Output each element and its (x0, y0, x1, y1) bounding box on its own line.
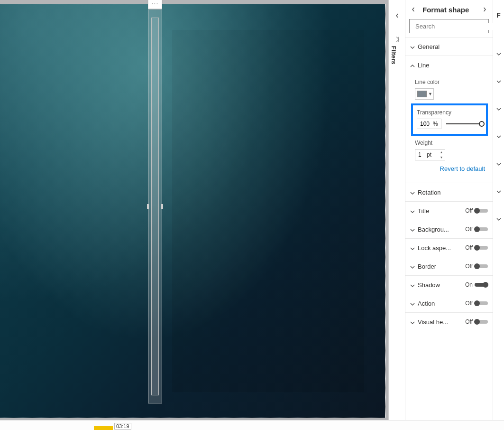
border-toggle-state: Off (465, 263, 473, 270)
ellipsis-icon: ··· (152, 0, 159, 7)
chevron-down-icon (410, 208, 415, 213)
chevron-down-icon[interactable] (496, 182, 501, 201)
slider-track (446, 123, 482, 124)
section-line-label: Line (418, 62, 488, 69)
timeline-time: 03:19 (114, 423, 131, 430)
line-color-label: Line color (415, 79, 487, 85)
shadow-toggle-state: On (465, 281, 473, 288)
page-outline (0, 4, 385, 418)
section-action-label: Action (418, 300, 462, 307)
chevron-down-icon[interactable] (496, 72, 501, 91)
section-title[interactable]: Title Off (405, 202, 493, 220)
section-visual-header-label: Visual he... (418, 318, 462, 326)
background-toggle-state: Off (465, 226, 473, 233)
caret-down-icon: ▼ (428, 92, 432, 96)
title-toggle[interactable] (475, 209, 488, 213)
spinner-down-icon[interactable]: ▼ (439, 156, 444, 159)
timeline-strip: 03:19 (0, 420, 504, 430)
selected-shape-inner (151, 18, 159, 395)
search-input[interactable] (415, 23, 495, 30)
section-rotation-label: Rotation (418, 189, 488, 196)
shadow-toggle[interactable] (475, 283, 488, 287)
chevron-down-icon (410, 190, 415, 195)
selected-shape[interactable]: ··· (148, 9, 162, 403)
pane-next-button[interactable] (480, 5, 489, 14)
section-shadow-label: Shadow (418, 281, 462, 289)
section-general-label: General (418, 43, 488, 50)
weight-spinner[interactable]: ▲ ▼ (439, 150, 444, 159)
section-lock-aspect[interactable]: Lock aspe... Off (405, 239, 493, 257)
lock-aspect-toggle[interactable] (475, 246, 488, 250)
weight-unit: pt (427, 151, 431, 158)
filters-tab-label: Filters (390, 46, 397, 64)
pane-collapse-button[interactable] (409, 5, 418, 14)
transparency-unit: % (433, 121, 438, 127)
chevron-left-icon (395, 12, 400, 19)
section-background[interactable]: Backgrou... Off (405, 220, 493, 238)
right-pane-sliver: F (493, 0, 504, 420)
action-toggle[interactable] (475, 301, 488, 305)
chevron-down-icon (410, 44, 415, 49)
action-toggle-state: Off (465, 300, 473, 307)
expand-filters-icon (394, 36, 401, 43)
section-general[interactable]: General (405, 37, 493, 56)
lock-aspect-toggle-state: Off (465, 244, 473, 251)
section-border[interactable]: Border Off (405, 257, 493, 275)
section-rotation[interactable]: Rotation (405, 183, 493, 201)
resize-handle-left[interactable] (147, 204, 149, 209)
transparency-value-input[interactable] (420, 121, 431, 127)
visual-options-button[interactable]: ··· (148, 0, 162, 9)
report-canvas[interactable]: ··· (0, 0, 389, 420)
transparency-label: Transparency (417, 109, 482, 116)
sliver-letter: F (496, 11, 501, 19)
chevron-down-icon[interactable] (496, 45, 501, 64)
chevron-down-icon (410, 301, 415, 306)
weight-input-wrap[interactable]: pt ▲ ▼ (415, 149, 445, 160)
spinner-up-icon[interactable]: ▲ (439, 150, 444, 154)
visual-header-toggle[interactable] (475, 320, 488, 324)
filters-pane-collapsed[interactable]: Filters (389, 0, 405, 420)
background-toggle[interactable] (475, 227, 488, 231)
transparency-group-highlight: Transparency % (411, 103, 488, 136)
section-title-label: Title (418, 207, 462, 215)
image-visual (172, 30, 364, 392)
page-background (0, 4, 385, 418)
format-pane-header: Format shape (405, 0, 493, 19)
section-border-label: Border (418, 263, 462, 270)
slider-knob[interactable] (479, 121, 485, 127)
section-lock-aspect-label: Lock aspe... (418, 244, 462, 252)
resize-handle-right[interactable] (161, 204, 163, 209)
chevron-down-icon[interactable] (496, 127, 501, 146)
border-toggle[interactable] (475, 264, 488, 268)
weight-value-input[interactable] (418, 151, 425, 158)
section-line[interactable]: Line (405, 56, 493, 74)
chevron-down-icon (410, 245, 415, 250)
transparency-slider[interactable] (446, 121, 482, 127)
weight-label: Weight (415, 140, 487, 146)
section-background-label: Backgrou... (418, 226, 462, 233)
chevron-down-icon (410, 227, 415, 232)
pane-title: Format shape (420, 6, 478, 14)
chevron-down-icon (410, 319, 415, 324)
section-line-body: Line color ▼ Transparency % (405, 74, 493, 183)
revert-to-default-link[interactable]: Revert to default (440, 165, 485, 172)
section-visual-header[interactable]: Visual he... Off (405, 313, 493, 331)
transparency-input-wrap[interactable]: % (417, 119, 441, 129)
line-color-picker[interactable]: ▼ (415, 88, 434, 100)
chevron-up-icon (410, 63, 415, 67)
chevron-down-icon[interactable] (496, 100, 501, 119)
section-action[interactable]: Action Off (405, 294, 493, 312)
chevron-down-icon[interactable] (496, 210, 501, 229)
section-shadow[interactable]: Shadow On (405, 276, 493, 294)
title-toggle-state: Off (465, 207, 473, 214)
line-color-swatch (417, 91, 427, 97)
visual-header-toggle-state: Off (465, 318, 473, 325)
format-search-box[interactable] (409, 19, 489, 33)
format-pane: Format shape General Line (405, 0, 493, 420)
chevron-down-icon[interactable] (496, 155, 501, 174)
timeline-marker[interactable] (94, 426, 113, 430)
chevron-down-icon (410, 264, 415, 269)
chevron-down-icon (410, 282, 415, 287)
